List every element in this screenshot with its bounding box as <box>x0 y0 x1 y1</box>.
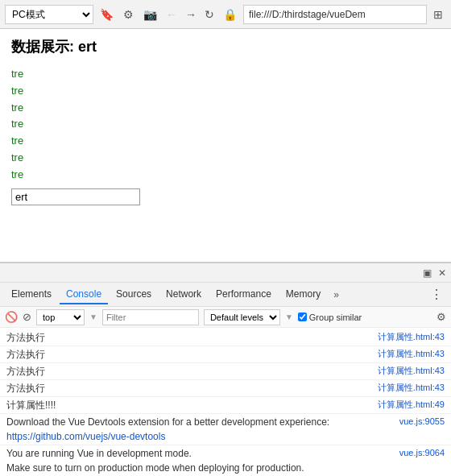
console-source[interactable]: 计算属性.html:43 <box>378 347 445 361</box>
stop-icon[interactable]: ⊘ <box>23 311 31 323</box>
context-arrow: ▼ <box>89 313 97 321</box>
console-source[interactable]: 计算属性.html:43 <box>378 364 445 378</box>
devtools-topbar: ▣ ✕ <box>0 263 451 283</box>
mode-select[interactable]: PC模式 <box>5 5 93 24</box>
lock-icon: 🔒 <box>220 6 240 23</box>
devtools-tabs: ElementsConsoleSourcesNetworkPerformance… <box>0 283 451 307</box>
devtools-menu-button[interactable]: ⋮ <box>427 287 446 302</box>
list-item: tre <box>11 150 440 167</box>
console-message: 方法执行 <box>6 381 371 395</box>
list-item: tre <box>11 116 440 133</box>
console-message: 方法执行 <box>6 347 371 362</box>
console-source[interactable]: vue.js:9055 <box>399 415 445 428</box>
console-row: 方法执行计算属性.html:43 <box>0 380 451 397</box>
group-similar-text: Group similar <box>309 313 362 322</box>
filter-input[interactable] <box>102 309 199 325</box>
screenshot-icon[interactable]: 📷 <box>140 6 160 23</box>
console-row: 计算属性!!!!计算属性.html:49 <box>0 397 451 414</box>
console-message: Download the Vue Devtools extension for … <box>6 415 393 444</box>
list-container: tretretretretretretre <box>11 66 440 184</box>
console-source[interactable]: 计算属性.html:49 <box>378 398 445 412</box>
list-item: tre <box>11 167 440 184</box>
console-row: 方法执行计算属性.html:43 <box>0 329 451 346</box>
tab-console[interactable]: Console <box>60 285 108 304</box>
dock-icon[interactable]: ▣ <box>423 267 432 279</box>
devtools-panel: ▣ ✕ ElementsConsoleSourcesNetworkPerform… <box>0 263 451 476</box>
refresh-button[interactable]: ↻ <box>202 6 217 23</box>
more-tabs-button[interactable]: » <box>329 286 344 304</box>
tab-elements[interactable]: Elements <box>5 285 58 304</box>
save-icon[interactable]: 🔖 <box>97 6 117 23</box>
close-devtools-button[interactable]: ✕ <box>438 267 446 279</box>
console-output: 方法执行计算属性.html:43方法执行计算属性.html:43方法执行计算属性… <box>0 328 451 476</box>
tab-performance[interactable]: Performance <box>209 285 278 304</box>
console-source[interactable]: 计算属性.html:43 <box>378 381 445 395</box>
console-row: 方法执行计算属性.html:43 <box>0 346 451 363</box>
console-source[interactable]: vue.js:9064 <box>399 446 445 460</box>
console-link[interactable]: https://github.com/vuejs/vue-devtools <box>6 431 165 442</box>
console-source[interactable]: 计算属性.html:43 <box>378 330 445 344</box>
tab-network[interactable]: Network <box>159 285 208 304</box>
clear-console-button[interactable]: 🚫 <box>5 311 18 323</box>
console-message: 计算属性!!!! <box>6 398 371 412</box>
tab-sources[interactable]: Sources <box>110 285 158 304</box>
list-item: tre <box>11 133 440 150</box>
console-row: 方法执行计算属性.html:43 <box>0 363 451 380</box>
back-button[interactable]: ← <box>163 6 180 23</box>
level-select[interactable]: Default levels <box>204 309 280 325</box>
search-input[interactable] <box>11 188 140 205</box>
console-row: Download the Vue Devtools extension for … <box>0 414 451 445</box>
main-content: 数据展示: ert tretretretretretretre <box>0 29 451 263</box>
console-message: 方法执行 <box>6 364 371 379</box>
page-title: 数据展示: ert <box>11 37 440 56</box>
list-item: tre <box>11 66 440 83</box>
console-toolbar: 🚫 ⊘ top ▼ Default levels ▼ Group similar… <box>0 307 451 328</box>
list-item: tre <box>11 100 440 117</box>
tabs-container: ElementsConsoleSourcesNetworkPerformance… <box>5 285 327 304</box>
console-row: You are running Vue in development mode.… <box>0 445 451 476</box>
tab-memory[interactable]: Memory <box>279 285 327 304</box>
browser-bar: PC模式 🔖 ⚙ 📷 ← → ↻ 🔒 ⊞ <box>0 0 451 29</box>
group-similar-label[interactable]: Group similar <box>298 313 362 322</box>
context-select[interactable]: top <box>36 309 85 325</box>
group-similar-checkbox[interactable] <box>298 313 307 321</box>
console-settings-icon[interactable]: ⚙ <box>437 311 446 323</box>
console-message: 方法执行 <box>6 330 371 345</box>
address-bar[interactable] <box>243 5 427 24</box>
forward-button[interactable]: → <box>183 6 199 23</box>
list-item: tre <box>11 83 440 100</box>
grid-icon[interactable]: ⊞ <box>430 6 446 23</box>
console-message: You are running Vue in development mode.… <box>6 446 393 476</box>
level-arrow: ▼ <box>285 313 293 321</box>
settings-icon[interactable]: ⚙ <box>120 6 137 23</box>
